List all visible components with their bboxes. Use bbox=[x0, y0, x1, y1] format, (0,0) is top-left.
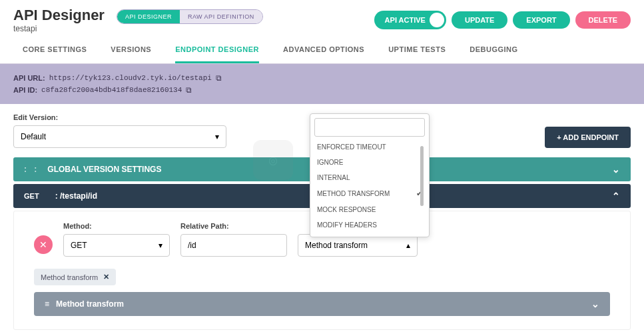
api-id-value: c8fa28fc200a4bdb418f8dae82160134 bbox=[41, 86, 182, 94]
tab-advanced-options[interactable]: ADVANCED OPTIONS bbox=[283, 45, 364, 63]
chevron-down-icon: ▾ bbox=[159, 241, 162, 250]
view-mode-toggle: API DESIGNER RAW API DEFINITION bbox=[117, 9, 263, 24]
update-button[interactable]: UPDATE bbox=[452, 11, 507, 29]
method-transform-title: Method transform bbox=[56, 299, 124, 309]
chevron-down-icon: ▾ bbox=[215, 132, 219, 141]
dropdown-item-ignore[interactable]: IGNORE bbox=[314, 155, 425, 170]
chevron-down-icon: ⌄ bbox=[591, 299, 599, 309]
dropdown-item-mock-response[interactable]: MOCK RESPONSE bbox=[314, 202, 425, 217]
close-icon: ✕ bbox=[39, 239, 47, 250]
chevron-up-icon: ▴ bbox=[406, 241, 410, 250]
dropdown-item-method-transform[interactable]: METHOD TRANSFORM✔ bbox=[314, 185, 425, 202]
edit-version-select[interactable]: Default ▾ bbox=[13, 125, 226, 148]
tab-debugging[interactable]: DEBUGGING bbox=[470, 45, 517, 63]
endpoint-path-label: : /testapi/id bbox=[55, 191, 97, 201]
toggle-knob bbox=[430, 13, 444, 27]
dropdown-item-modify-headers[interactable]: MODIFY HEADERS bbox=[314, 217, 425, 233]
api-active-label: API ACTIVE bbox=[385, 16, 426, 24]
plugin-select[interactable]: Method transform ▴ bbox=[298, 234, 418, 257]
api-id-label: API ID: bbox=[13, 86, 37, 94]
method-transform-bar[interactable]: ≡ Method transform ⌄ bbox=[34, 292, 610, 316]
api-name: testapi bbox=[13, 24, 105, 33]
export-button[interactable]: EXPORT bbox=[513, 11, 569, 29]
tab-core-settings[interactable]: CORE SETTINGS bbox=[23, 45, 87, 63]
plugin-tag-label: Method transform bbox=[41, 273, 98, 281]
method-label: Method: bbox=[63, 222, 170, 230]
add-endpoint-button[interactable]: + ADD ENDPOINT bbox=[545, 127, 631, 148]
api-info-band: API URL: https://tyk123.cloudv2.tyk.io/t… bbox=[0, 64, 644, 104]
endpoint-method-badge: GET bbox=[24, 192, 39, 200]
copy-id-icon[interactable]: ⧉ bbox=[186, 85, 192, 95]
chevron-down-icon: ⌄ bbox=[612, 164, 620, 175]
plugin-tag: Method transform ✕ bbox=[34, 269, 116, 285]
burger-icon: ≡ bbox=[45, 299, 49, 309]
edit-version-label: Edit Version: bbox=[13, 113, 226, 121]
plugin-dropdown-panel: ENFORCED TIMEOUT IGNORE INTERNAL METHOD … bbox=[310, 113, 430, 237]
edit-version-value: Default bbox=[21, 132, 46, 141]
pill-raw-definition[interactable]: RAW API DEFINITION bbox=[180, 10, 262, 23]
remove-endpoint-button[interactable]: ✕ bbox=[34, 235, 53, 254]
relative-path-label: Relative Path: bbox=[180, 222, 287, 230]
pill-api-designer[interactable]: API DESIGNER bbox=[117, 10, 180, 23]
dropdown-item-enforced-timeout[interactable]: ENFORCED TIMEOUT bbox=[314, 139, 425, 155]
page-title: API Designer bbox=[13, 7, 105, 24]
remove-tag-icon[interactable]: ✕ bbox=[103, 273, 109, 281]
plugin-dropdown-search[interactable] bbox=[314, 118, 425, 137]
api-active-toggle[interactable]: API ACTIVE bbox=[374, 11, 446, 29]
main-tabs: CORE SETTINGS VERSIONS ENDPOINT DESIGNER… bbox=[0, 33, 644, 64]
plugin-value: Method transform bbox=[305, 241, 368, 250]
dropdown-item-internal[interactable]: INTERNAL bbox=[314, 170, 425, 185]
tab-endpoint-designer[interactable]: ENDPOINT DESIGNER bbox=[175, 45, 259, 63]
api-url-label: API URL: bbox=[13, 74, 45, 82]
drag-handle-icon: : : bbox=[24, 165, 39, 174]
method-select[interactable]: GET ▾ bbox=[63, 234, 170, 257]
scrollbar-thumb[interactable] bbox=[420, 146, 424, 206]
api-url-value: https://tyk123.cloudv2.tyk.io/testapi bbox=[49, 74, 212, 82]
chevron-up-icon: ⌃ bbox=[612, 191, 620, 201]
delete-button[interactable]: DELETE bbox=[575, 11, 631, 29]
tab-versions[interactable]: VERSIONS bbox=[111, 45, 151, 63]
copy-url-icon[interactable]: ⧉ bbox=[216, 73, 222, 83]
tab-uptime-tests[interactable]: UPTIME TESTS bbox=[388, 45, 446, 63]
method-value: GET bbox=[71, 241, 87, 250]
global-settings-label: GLOBAL VERSION SETTINGS bbox=[47, 165, 161, 174]
plugin-dropdown-list: ENFORCED TIMEOUT IGNORE INTERNAL METHOD … bbox=[314, 139, 425, 233]
relative-path-input[interactable] bbox=[180, 234, 287, 257]
